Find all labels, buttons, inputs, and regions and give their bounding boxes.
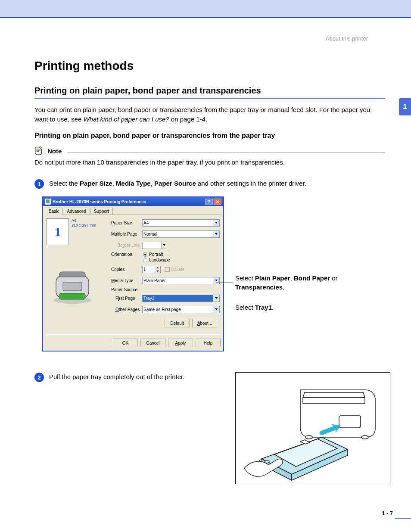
- default-button[interactable]: Default: [165, 319, 190, 327]
- chevron-down-icon: [213, 295, 219, 302]
- section-heading: Printing on plain paper, bond paper and …: [34, 86, 385, 96]
- label-multiple-page: Multiple Page: [111, 232, 142, 236]
- note-label: Note: [47, 147, 62, 155]
- page-preview: 1: [47, 218, 69, 245]
- step-2-text: Pull the paper tray completely out of th…: [49, 372, 184, 382]
- value-other-pages: Same as First page: [143, 307, 181, 312]
- preview-meta-1: A4: [72, 218, 96, 223]
- svg-rect-2: [59, 293, 85, 299]
- page-number: 1 - 7: [382, 510, 393, 516]
- printer-illustration: [47, 266, 107, 305]
- radio-dot-icon: [143, 258, 147, 262]
- combo-first-page[interactable]: Tray1: [142, 295, 220, 302]
- combo-other-pages[interactable]: Same as First page: [142, 306, 220, 313]
- step-1: 1 Select the Paper Size, Media Type, Pap…: [34, 179, 385, 189]
- page-preview-meta: A4 210 x 297 mm: [72, 218, 96, 228]
- dialog-figure: Brother HL-2070N series Printing Prefere…: [42, 196, 385, 360]
- intro-link[interactable]: What kind of paper can I use?: [83, 115, 169, 123]
- spinner-buttons[interactable]: [155, 266, 161, 273]
- print-preferences-dialog: Brother HL-2070N series Printing Prefere…: [42, 196, 224, 352]
- callout-tray1: Select Tray1.: [235, 303, 274, 312]
- value-paper-size: A4: [143, 221, 149, 225]
- about-button[interactable]: About...: [192, 319, 217, 327]
- step1-s2: ,: [151, 180, 154, 187]
- chevron-down-icon: [213, 220, 219, 226]
- step1-b3: Paper Source: [154, 180, 196, 187]
- dialog-app-icon: [45, 199, 51, 205]
- a1-pre: Select: [235, 274, 255, 282]
- label-media-type: Media Type: [111, 278, 142, 283]
- a1-post: .: [283, 283, 284, 291]
- svg-rect-4: [339, 416, 361, 428]
- label-paper-source: Paper Source: [111, 287, 220, 292]
- value-media-type: Plain Paper: [143, 278, 166, 283]
- step-1-text: Select the Paper Size, Media Type, Paper…: [49, 179, 306, 189]
- note-text: Do not put more than 10 transparencies i…: [34, 158, 385, 167]
- tab-basic[interactable]: Basic: [45, 208, 63, 215]
- a2-pre: Select: [235, 304, 255, 311]
- svg-rect-3: [63, 282, 82, 291]
- note-icon: [34, 146, 44, 157]
- checkbox-icon: [165, 267, 170, 272]
- chevron-down-icon: [213, 231, 219, 237]
- label-copies: Copies: [111, 267, 142, 272]
- paper-tray-figure: [235, 372, 390, 484]
- step1-b2: Media Type: [116, 180, 151, 187]
- help-icon[interactable]: ?: [205, 199, 213, 205]
- a1-b2: Bond Paper: [294, 274, 330, 282]
- a2-post: .: [272, 304, 274, 311]
- svg-point-5: [305, 436, 312, 439]
- apply-button[interactable]: Apply: [168, 339, 193, 347]
- dialog-title: Brother HL-2070N series Printing Prefere…: [53, 199, 146, 204]
- dialog-titlebar: Brother HL-2070N series Printing Prefere…: [43, 197, 223, 206]
- close-icon[interactable]: ✕: [214, 199, 221, 205]
- intro-paragraph: You can print on plain paper, bond paper…: [34, 105, 385, 124]
- ok-button[interactable]: OK: [113, 339, 138, 347]
- combo-multiple-page[interactable]: Normal: [142, 230, 220, 238]
- a2-b1: Tray1: [255, 304, 272, 311]
- subsection-heading: Printing on plain paper, bond paper or t…: [34, 132, 385, 140]
- step1-s1: ,: [112, 180, 116, 187]
- label-other-pages: Other Pages: [115, 307, 142, 312]
- note-header: Note: [34, 146, 385, 157]
- a1-s1: ,: [290, 274, 294, 282]
- svg-point-6: [361, 436, 368, 439]
- radio-dot-icon: [143, 252, 147, 257]
- step-2: 2 Pull the paper tray completely out of …: [34, 372, 222, 382]
- help-button[interactable]: Help: [196, 339, 221, 347]
- dialog-tabs: Basic Advanced Support: [43, 206, 223, 215]
- input-copies[interactable]: 1: [142, 266, 155, 273]
- chapter-tab: 1: [399, 98, 411, 115]
- step-1-badge: 1: [34, 179, 44, 189]
- step1-b1: Paper Size: [80, 180, 112, 187]
- tab-support[interactable]: Support: [90, 208, 113, 215]
- preview-meta-2: 210 x 297 mm: [72, 223, 96, 228]
- cancel-button[interactable]: Cancel: [140, 339, 165, 347]
- label-first-page: First Page: [115, 296, 142, 301]
- callout-line-1: [216, 283, 234, 283]
- breadcrumb: About this printer: [34, 35, 368, 42]
- value-first-page: Tray1: [143, 296, 154, 301]
- chevron-down-icon: [161, 242, 167, 249]
- page-title: Printing methods: [34, 59, 385, 73]
- callout-line-2: [216, 307, 234, 307]
- step1-post: and other settings in the printer driver…: [196, 180, 306, 187]
- page-preview-number: 1: [55, 224, 61, 239]
- radio-portrait[interactable]: Portrait: [143, 252, 170, 257]
- checkbox-collate: Collate: [165, 267, 184, 272]
- tab-advanced[interactable]: Advanced: [63, 208, 90, 215]
- note-rule: [68, 152, 385, 152]
- intro-post: on page 1-4.: [169, 115, 207, 123]
- combo-paper-size[interactable]: A4: [142, 219, 220, 227]
- combo-media-type[interactable]: Plain Paper: [142, 277, 220, 284]
- a1-b3: Transparencies: [235, 283, 283, 291]
- label-paper-size: PPaper Sizeaper Size: [111, 221, 142, 225]
- a1-b1: Plain Paper: [255, 274, 290, 282]
- a1-s2: or: [330, 274, 338, 282]
- callout-media-type: Select Plain Paper, Bond Paper or Transp…: [235, 274, 364, 292]
- section-rule: [34, 98, 385, 99]
- step-2-badge: 2: [34, 373, 44, 382]
- step1-pre: Select the: [49, 180, 80, 187]
- combo-border-line: [142, 242, 167, 249]
- radio-landscape[interactable]: Landscape: [143, 258, 170, 262]
